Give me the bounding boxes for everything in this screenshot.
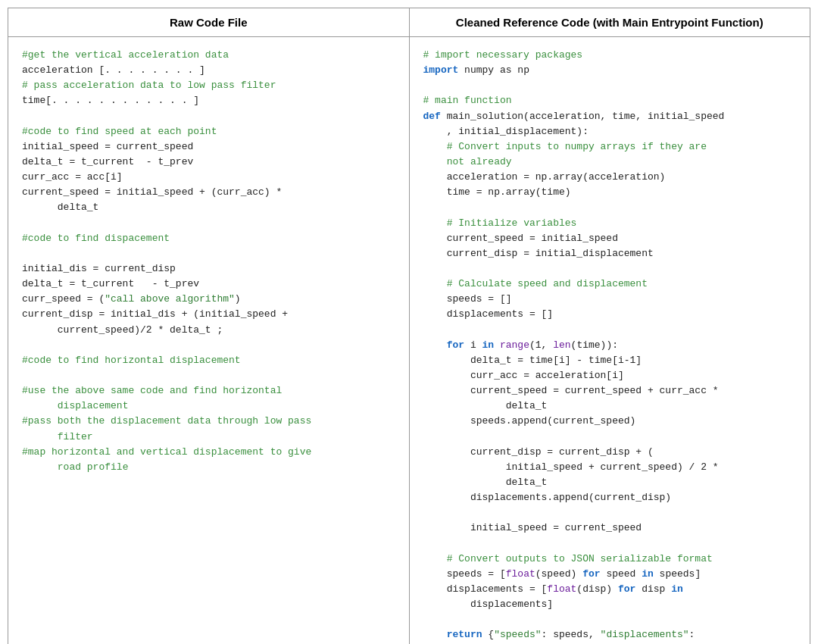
raw-code-col: #get the vertical acceleration data acce… (8, 37, 410, 644)
header-col1: Raw Code File (8, 8, 410, 36)
table-content: #get the vertical acceleration data acce… (8, 37, 810, 644)
raw-code-block: #get the vertical acceleration data acce… (22, 48, 395, 475)
comparison-table: Raw Code File Cleaned Reference Code (wi… (8, 8, 810, 644)
cleaned-code-block: # import necessary packages import numpy… (423, 48, 797, 644)
table-header: Raw Code File Cleaned Reference Code (wi… (8, 8, 810, 37)
header-col2: Cleaned Reference Code (with Main Entryp… (410, 8, 810, 36)
cleaned-code-col: # import necessary packages import numpy… (410, 37, 810, 644)
